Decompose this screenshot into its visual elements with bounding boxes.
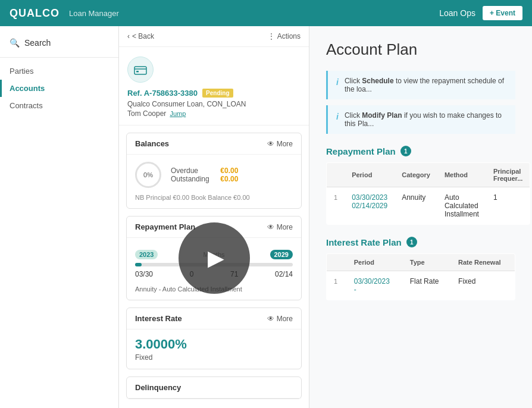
main-layout: 🔍 Search Parties Accounts Contracts ‹ < …	[0, 26, 532, 408]
table-row: 1 03/30/202302/14/2029 Annuity Auto Calc…	[327, 187, 530, 225]
actions-label[interactable]: Actions	[277, 32, 301, 40]
sidebar: 🔍 Search Parties Accounts Contracts	[0, 26, 119, 408]
overdue-row: Overdue €0.00	[171, 167, 238, 175]
repayment-more-button[interactable]: 👁 More	[267, 223, 293, 231]
top-nav: QUALCO Loan Manager Loan Ops + Event	[0, 0, 532, 26]
pct-circle: 0%	[135, 162, 161, 188]
back-bar: ‹ < Back ⋮ Actions	[119, 26, 309, 47]
irow-type-1: Flat Rate	[403, 271, 451, 300]
account-plan-title: Account Plan	[326, 40, 515, 59]
account-header: Ref. A-758633-3380 Pending Qualco Consum…	[119, 47, 309, 125]
interest-section-title-row: Interest Rate Plan 1	[326, 237, 515, 247]
overdue-value: €0.00	[220, 167, 238, 175]
interest-count-badge: 1	[406, 237, 417, 247]
interest-card-title: Interest Rate	[135, 314, 182, 323]
repayment-eye-icon: 👁	[267, 223, 274, 231]
row-method-1: Auto CalculatedInstallment	[437, 187, 486, 225]
account-icon	[127, 57, 154, 83]
loan-ops-label: Loan Ops	[439, 8, 475, 18]
repayment-table: Period Category Method PrincipalFrequer.…	[326, 162, 530, 225]
balances-more-label[interactable]: More	[277, 140, 293, 148]
outstanding-row: Outstanding €0.00	[171, 175, 238, 183]
interest-eye-icon: 👁	[267, 315, 274, 323]
svg-rect-0	[134, 67, 146, 74]
search-icon: 🔍	[10, 38, 20, 48]
year-end-badge: 2029	[270, 250, 293, 259]
repayment-plan-card: Repayment Plan 👁 More 2023 Months 2029	[126, 216, 302, 300]
table-row: 1 03/30/2023- Flat Rate Fixed	[327, 271, 515, 300]
repayment-more-label[interactable]: More	[277, 223, 293, 231]
col-method: Method	[437, 163, 486, 187]
interest-more-label[interactable]: More	[277, 315, 293, 323]
balance-info: Overdue €0.00 Outstanding €0.00	[171, 167, 238, 183]
balances-row: 0% Overdue €0.00 Outstanding €0.00	[135, 162, 293, 188]
delinquency-card-header: Delinquency	[127, 377, 301, 398]
col-category: Category	[395, 163, 437, 187]
svg-rect-1	[136, 71, 139, 73]
date-start: 03/30	[135, 270, 153, 278]
info-icon-1: i	[336, 77, 339, 87]
balances-card: Balances 👁 More 0% Overdue	[126, 133, 302, 209]
icol-rate-renewal: Rate Renewal	[451, 254, 515, 271]
video-play-overlay[interactable]: ▶	[179, 222, 250, 294]
info-icon-2: i	[336, 112, 339, 121]
account-type: Qualco Consumer Loan, CON_LOAN	[127, 100, 301, 108]
repayment-table-header-row: Period Category Method PrincipalFrequer.…	[327, 163, 530, 187]
interest-more-button[interactable]: 👁 More	[267, 315, 293, 323]
account-person-row: Tom Cooper Jump	[127, 109, 301, 118]
actions-dots-icon: ⋮	[268, 32, 275, 40]
balance-note: NB Principal €0.00 Book Balance €0.00	[135, 194, 293, 201]
interest-section-label: Interest Rate Plan	[326, 237, 402, 247]
play-icon: ▶	[208, 246, 224, 271]
row-principal-1: 1	[486, 187, 530, 225]
app-title: Loan Manager	[69, 9, 119, 18]
search-container[interactable]: 🔍 Search	[0, 33, 118, 58]
info-text-2: Click Modify Plan if you wish to make ch…	[345, 111, 507, 128]
balances-more-button[interactable]: 👁 More	[267, 140, 293, 148]
row-period-1: 03/30/202302/14/2029	[345, 187, 395, 225]
balance-note-text: NB Principal €0.00 Book Balance €0.00	[135, 194, 250, 201]
pending-badge: Pending	[202, 89, 233, 98]
logo: QUALCO	[10, 7, 60, 20]
account-person-name: Tom Cooper	[127, 109, 166, 118]
event-button[interactable]: + Event	[483, 6, 522, 20]
row-num-1: 1	[327, 187, 345, 225]
period-link-1[interactable]: 03/30/202302/14/2029	[352, 193, 387, 210]
back-chevron-icon: ‹	[127, 32, 130, 40]
balances-card-body: 0% Overdue €0.00 Outstanding €0.00	[127, 155, 301, 208]
eye-icon: 👁	[267, 140, 274, 148]
col-period: Period	[345, 163, 395, 187]
interest-period-link-1[interactable]: 03/30/2023-	[354, 277, 390, 294]
repayment-count-badge: 1	[400, 146, 411, 156]
irow-num-1: 1	[327, 271, 347, 300]
delinquency-title: Delinquency	[135, 383, 181, 392]
interest-card-body: 3.0000% Fixed	[127, 329, 301, 369]
back-button[interactable]: ‹ < Back	[127, 32, 154, 40]
icol-type: Type	[403, 254, 451, 271]
outstanding-value: €0.00	[220, 175, 238, 183]
interest-table: Period Type Rate Renewal 1 03/30/2023- F…	[326, 253, 515, 300]
sidebar-item-parties[interactable]: Parties	[0, 62, 118, 80]
outstanding-label: Outstanding	[171, 175, 218, 183]
account-ref-row: Ref. A-758633-3380 Pending	[127, 89, 301, 98]
balance-pct-value: 0%	[143, 171, 153, 178]
progress-bar-fill	[135, 263, 142, 266]
actions-button[interactable]: ⋮ Actions	[268, 32, 301, 40]
balances-title: Balances	[135, 139, 169, 148]
back-label[interactable]: < Back	[132, 32, 154, 40]
repayment-section-title-row: Repayment Plan 1	[326, 146, 515, 156]
irow-rate-renewal-1: Fixed	[451, 271, 515, 300]
col-num	[327, 163, 345, 187]
date-end: 02/14	[275, 270, 293, 278]
row-category-1: Annuity	[395, 187, 437, 225]
content-area: ‹ < Back ⋮ Actions Ref.	[119, 26, 532, 408]
jump-link[interactable]: Jump	[170, 110, 186, 117]
sidebar-item-contracts[interactable]: Contracts	[0, 97, 118, 114]
info-text-1: Click Schedule to view the repayment sch…	[345, 77, 507, 93]
interest-rate-card: Interest Rate 👁 More 3.0000% Fixed	[126, 307, 302, 369]
search-label[interactable]: Search	[24, 38, 51, 48]
irow-period-1: 03/30/2023-	[347, 271, 403, 300]
delinquency-card: Delinquency	[126, 376, 302, 399]
sidebar-item-accounts[interactable]: Accounts	[0, 80, 118, 97]
balances-card-header: Balances 👁 More	[127, 133, 301, 155]
